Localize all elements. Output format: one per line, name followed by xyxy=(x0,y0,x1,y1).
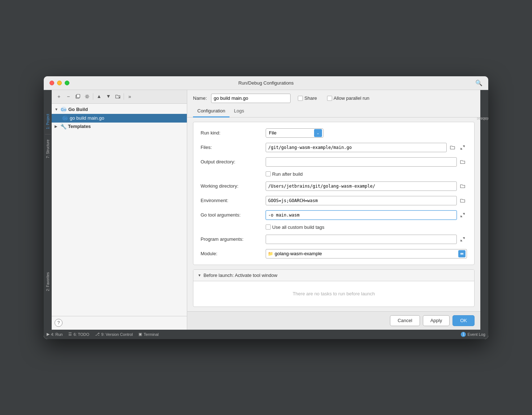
go-tool-args-label: Go tool arguments: xyxy=(201,212,266,218)
before-launch-arrow-icon[interactable]: ▼ xyxy=(198,273,201,277)
right-panel: Name: Share Allow parallel run xyxy=(187,90,480,330)
add-config-button[interactable]: + xyxy=(55,92,63,101)
terminal-icon: ▣ xyxy=(138,332,142,337)
help-button[interactable]: ? xyxy=(55,319,63,327)
status-run-label: 4: Run xyxy=(51,332,63,337)
tab-logs[interactable]: Logs xyxy=(229,106,248,117)
window-title: Run/Debug Configurations xyxy=(238,80,293,86)
title-bar: Run/Debug Configurations 🔍 xyxy=(44,76,488,90)
share-checkbox[interactable] xyxy=(298,96,303,101)
todo-icon: ☰ xyxy=(68,332,72,337)
sidebar-item-database[interactable]: Database xyxy=(474,116,488,121)
bottom-bar: Cancel Apply OK xyxy=(187,311,480,330)
run-after-build-checkbox[interactable] xyxy=(266,171,271,176)
run-icon: ▶ xyxy=(47,332,50,337)
status-terminal[interactable]: ▣ Terminal xyxy=(138,332,159,337)
run-kind-select-wrapper: File Package Directory xyxy=(266,128,323,138)
svg-marker-4 xyxy=(107,95,110,98)
files-expand-button[interactable] xyxy=(458,143,467,152)
search-icon[interactable]: 🔍 xyxy=(475,80,482,86)
go-build-label: Go Build xyxy=(68,107,88,112)
custom-tags-checkbox[interactable] xyxy=(266,224,271,230)
go-tool-args-expand-button[interactable] xyxy=(458,211,467,219)
svg-rect-1 xyxy=(77,94,80,98)
config-content: Run kind: File Package Directory xyxy=(187,117,480,311)
parallel-checkbox-wrapper: Allow parallel run xyxy=(327,95,369,101)
files-row: Files: xyxy=(201,142,467,153)
go-tool-args-input[interactable] xyxy=(266,210,457,220)
tree-area: ▼ Go Go Build Go xyxy=(52,104,187,316)
tab-configuration[interactable]: Configuration xyxy=(193,106,229,117)
files-folder-button[interactable] xyxy=(448,143,457,152)
svg-text:Go: Go xyxy=(63,116,68,120)
environment-label: Environment: xyxy=(201,198,266,203)
before-launch-section: ▼ Before launch: Activate tool window Th… xyxy=(193,269,475,307)
ok-button[interactable]: OK xyxy=(452,315,475,326)
status-event-log[interactable]: 1 Event Log xyxy=(461,332,485,337)
templates-label: Templates xyxy=(68,124,91,129)
files-input[interactable] xyxy=(266,143,447,152)
run-kind-select[interactable]: File Package Directory xyxy=(266,128,323,138)
apply-button[interactable]: Apply xyxy=(423,315,450,326)
working-dir-row: Working directory: xyxy=(201,181,467,191)
sidebar-item-project[interactable]: 1: Project xyxy=(45,112,51,131)
environment-folder-button[interactable] xyxy=(458,196,467,205)
cancel-button[interactable]: Cancel xyxy=(390,315,420,326)
status-todo-label: 6: TODO xyxy=(73,332,89,337)
main-body: 1: Project 7: Structure 2: Favorites + − xyxy=(44,90,488,330)
working-dir-input[interactable] xyxy=(266,181,457,191)
sidebar-item-favorites[interactable]: 2: Favorites xyxy=(45,270,51,293)
sidebar-separator xyxy=(45,134,51,134)
go-build-item-label: go build main.go xyxy=(70,115,104,121)
status-vcs[interactable]: ⎇ 9: Version Control xyxy=(95,332,133,337)
event-log-badge: 1 xyxy=(461,332,466,337)
run-after-build-label: Run after build xyxy=(272,171,303,177)
share-checkbox-wrapper: Share xyxy=(298,95,317,101)
svg-point-2 xyxy=(86,96,88,98)
toolbar-separator xyxy=(93,93,93,100)
tree-templates[interactable]: ▶ 🔧 Templates xyxy=(52,123,187,131)
module-label: Module: xyxy=(201,251,266,256)
status-vcs-label: 9: Version Control xyxy=(101,332,133,337)
status-terminal-label: Terminal xyxy=(143,332,159,337)
right-side-panel: Database xyxy=(480,90,488,330)
tree-go-build-item[interactable]: Go go build main.go xyxy=(52,114,187,123)
move-to-folder-button[interactable] xyxy=(113,92,122,101)
working-dir-folder-button[interactable] xyxy=(458,182,467,191)
sidebar-item-structure[interactable]: 7: Structure xyxy=(45,137,51,161)
program-args-input[interactable] xyxy=(266,235,457,244)
files-control xyxy=(266,143,467,152)
name-label: Name: xyxy=(193,95,207,101)
environment-input[interactable] xyxy=(266,196,457,205)
tree-arrow-right-icon: ▶ xyxy=(55,124,59,128)
minimize-button[interactable] xyxy=(57,81,62,85)
run-after-row: Run after build xyxy=(201,171,467,177)
tree-go-build-group[interactable]: ▼ Go Go Build xyxy=(52,105,187,114)
copy-icon xyxy=(75,94,80,99)
go-tool-args-control xyxy=(266,210,467,220)
close-button[interactable] xyxy=(50,81,54,85)
parallel-checkbox[interactable] xyxy=(327,96,332,101)
move-up-button[interactable] xyxy=(95,92,103,101)
name-input[interactable] xyxy=(211,94,291,103)
more-button[interactable]: » xyxy=(125,92,134,101)
module-select-wrapper: 📁 golang-wasm-example xyxy=(266,249,467,258)
environment-control xyxy=(266,196,467,205)
svg-text:Go: Go xyxy=(61,107,66,112)
move-down-button[interactable] xyxy=(104,92,113,101)
settings-config-button[interactable] xyxy=(83,92,91,101)
program-args-expand-button[interactable] xyxy=(458,235,467,244)
traffic-lights xyxy=(50,81,69,85)
output-dir-input[interactable] xyxy=(266,157,457,167)
output-dir-folder-button[interactable] xyxy=(458,158,467,166)
copy-config-button[interactable] xyxy=(73,92,82,101)
remove-config-button[interactable]: − xyxy=(64,92,73,101)
run-kind-label: Run kind: xyxy=(201,130,266,136)
maximize-button[interactable] xyxy=(65,81,69,85)
module-row: Module: 📁 golang-wasm-example xyxy=(201,249,467,259)
status-run[interactable]: ▶ 4: Run xyxy=(47,332,63,337)
left-toolbar: + − xyxy=(52,90,187,104)
module-select[interactable]: golang-wasm-example xyxy=(266,249,467,258)
folder-arrow-icon xyxy=(115,94,120,99)
status-todo[interactable]: ☰ 6: TODO xyxy=(68,332,89,337)
